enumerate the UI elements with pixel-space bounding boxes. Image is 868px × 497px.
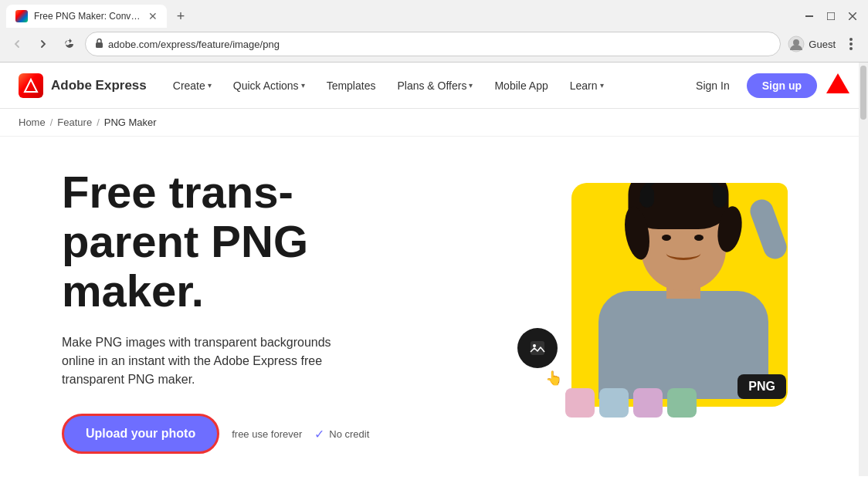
no-credit-badge: ✓ No credit [314,427,369,441]
svg-marker-11 [826,73,849,93]
svg-rect-4 [96,42,103,48]
breadcrumb: Home / Feature / PNG Maker [0,109,868,137]
sign-in-button[interactable]: Sign In [688,75,737,96]
breadcrumb-current: PNG Maker [104,117,157,128]
nav-learn-label: Learn [570,79,598,92]
hero-title: Free trans-parent PNGmaker. [62,167,463,315]
main-content: Free trans-parent PNGmaker. Make PNG ima… [0,137,868,476]
nav-learn[interactable]: Learn ▾ [562,75,612,96]
scrollbar-thumb[interactable] [860,66,866,120]
breadcrumb-feature[interactable]: Feature [57,117,92,128]
nav-quick-actions-label: Quick Actions [233,79,299,92]
svg-rect-1 [827,12,835,20]
nav-create[interactable]: Create ▾ [165,75,219,96]
profile-button[interactable] [785,33,807,55]
breadcrumb-home[interactable]: Home [19,117,46,128]
svg-point-8 [849,42,853,46]
svg-rect-12 [531,341,544,355]
nav-templates-label: Templates [327,79,376,92]
nav-create-label: Create [173,79,205,92]
person-image [579,183,788,399]
check-icon: ✓ [314,427,324,441]
lock-icon [95,38,103,50]
nav-quick-actions[interactable]: Quick Actions ▾ [225,75,313,96]
logo[interactable]: Adobe Express [19,73,147,98]
page-scrollbar[interactable] [859,63,868,476]
nav-create-chevron: ▾ [208,81,212,90]
sign-up-button[interactable]: Sign up [747,73,817,98]
tab-close-icon[interactable]: ✕ [148,10,158,22]
svg-point-6 [793,39,799,46]
nav-plans[interactable]: Plans & Offers ▾ [389,75,480,96]
back-button[interactable] [6,33,28,55]
close-window-button[interactable] [843,7,862,25]
adobe-logo [826,73,849,98]
swatch-1 [565,388,595,418]
forward-button[interactable] [32,33,54,55]
reload-button[interactable] [59,33,80,55]
svg-point-9 [849,47,853,50]
nav-plans-chevron: ▾ [469,81,473,90]
nav-mobile-label: Mobile App [494,79,548,92]
url-text: adobe.com/express/feature/image/png [108,39,771,50]
upload-section: Upload your photo free use forever ✓ No … [62,414,463,454]
address-bar[interactable]: adobe.com/express/feature/image/png [85,32,781,56]
hero-subtitle: Make PNG images with transparent backgro… [62,333,355,389]
nav-templates[interactable]: Templates [319,75,384,96]
color-swatches [565,388,697,418]
tab-favicon [15,10,28,22]
minimize-button[interactable] [800,7,819,25]
nav-learn-chevron: ▾ [600,81,604,90]
maximize-button[interactable] [822,7,840,25]
main-nav: Adobe Express Create ▾ Quick Actions ▾ T… [0,63,868,109]
breadcrumb-sep-1: / [50,117,53,128]
hero-left: Free trans-parent PNGmaker. Make PNG ima… [62,167,463,458]
svg-rect-0 [805,15,813,17]
svg-point-13 [533,344,536,347]
browser-tab[interactable]: Free PNG Maker: Convert a JP ✕ [6,5,167,28]
nav-plans-label: Plans & Offers [397,79,466,92]
swatch-3 [633,388,663,418]
tab-title: Free PNG Maker: Convert a JP [34,11,142,22]
browser-menu-button[interactable] [840,33,862,55]
upload-photo-button[interactable]: Upload your photo [62,414,219,454]
swatch-2 [599,388,629,418]
svg-point-7 [849,38,853,41]
nav-quick-actions-chevron: ▾ [301,81,305,90]
svg-marker-10 [25,79,37,92]
cursor-icon: 👆 [545,370,562,387]
logo-icon [19,73,43,98]
breadcrumb-sep-2: / [97,117,100,128]
free-text: free use forever [232,428,302,440]
profile-label: Guest [809,39,836,50]
tool-icon[interactable] [517,328,558,368]
no-credit-text: No credit [329,428,369,440]
nav-right: Sign In Sign up [688,73,849,98]
png-badge: PNG [737,374,786,399]
logo-text: Adobe Express [51,78,147,93]
hero-image: PNG 👆 [510,167,803,430]
nav-mobile[interactable]: Mobile App [487,75,555,96]
hero-right: PNG 👆 [494,167,819,458]
swatch-4 [667,388,697,418]
new-tab-button[interactable]: + [170,5,192,27]
